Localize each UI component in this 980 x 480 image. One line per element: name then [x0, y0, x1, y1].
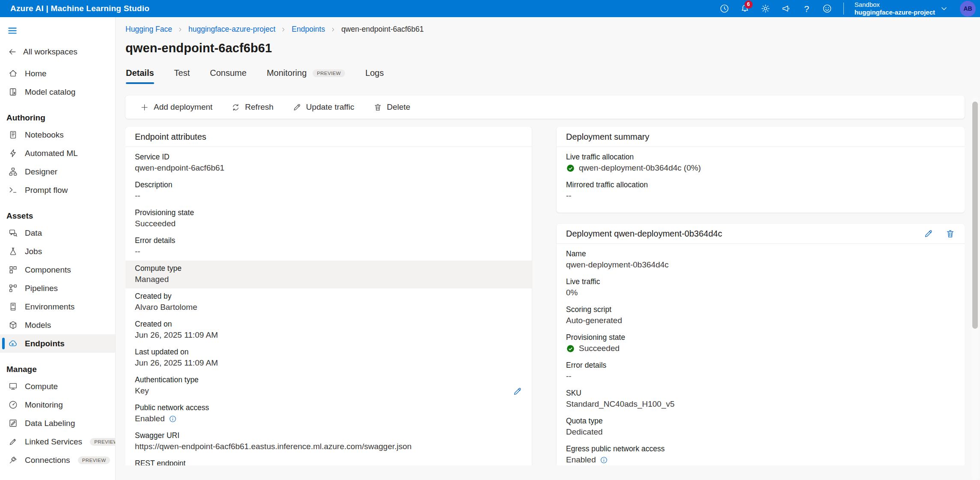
sidebar-group-manage: Manage Compute Monitoring Data Labeling … [0, 359, 115, 469]
sidebar-item-endpoints[interactable]: Endpoints [0, 334, 115, 353]
home-icon [8, 69, 18, 78]
chevron-right-icon [177, 27, 183, 33]
breadcrumb-hugging-face[interactable]: Hugging Face [125, 25, 172, 34]
preview-badge: PREVIEW [90, 438, 116, 446]
sidebar-item-notebooks[interactable]: Notebooks [0, 126, 115, 144]
smiley-icon [822, 3, 832, 14]
success-check-icon [566, 344, 575, 353]
sidebar-item-monitoring[interactable]: Monitoring [0, 396, 115, 414]
breadcrumb-endpoints[interactable]: Endpoints [292, 25, 325, 34]
sidebar-item-designer[interactable]: Designer [0, 162, 115, 181]
plus-icon [140, 103, 149, 112]
info-icon[interactable] [600, 456, 608, 464]
edit-deployment-button[interactable] [923, 229, 933, 239]
breadcrumb-project[interactable]: huggingface-azure-project [188, 25, 275, 34]
field-scoring-script: Scoring script Auto-generated [566, 302, 955, 330]
deployment-summary-header: Deployment summary [557, 127, 965, 147]
sidebar-item-components[interactable]: Components [0, 261, 115, 279]
refresh-icon [231, 103, 240, 112]
feedback-button[interactable] [822, 3, 833, 14]
linked-services-icon [8, 437, 18, 447]
command-bar: Add deployment Refresh Update traffic De… [125, 96, 965, 119]
sidebar-item-jobs[interactable]: Jobs [0, 242, 115, 261]
tab-details[interactable]: Details [126, 68, 154, 84]
delete-deployment-button[interactable] [945, 229, 955, 239]
field-created-on: Created on Jun 26, 2025 11:09 AM [135, 316, 522, 344]
preview-badge: PREVIEW [313, 69, 345, 77]
all-workspaces-link[interactable]: All workspaces [8, 45, 115, 58]
field-deployment-error-details: Error details -- [566, 357, 955, 385]
sidebar-item-compute[interactable]: Compute [0, 377, 115, 396]
compute-icon [8, 381, 18, 391]
sidebar-section-authoring: Authoring [0, 107, 115, 126]
content-columns: Endpoint attributes Service ID qwen-endp… [125, 127, 965, 465]
delete-button[interactable]: Delete [364, 99, 420, 116]
designer-icon [8, 167, 18, 177]
sidebar-item-pipelines[interactable]: Pipelines [0, 279, 115, 297]
connections-icon [8, 455, 18, 465]
refresh-button[interactable]: Refresh [222, 99, 283, 116]
avatar[interactable]: AB [960, 1, 976, 17]
sidebar-item-connections[interactable]: Connections PREVIEW [0, 451, 115, 469]
sidebar-item-linked-services[interactable]: Linked Services PREVIEW [0, 432, 115, 451]
sidebar-item-environments[interactable]: Environments [0, 297, 115, 316]
sidebar-item-model-catalog[interactable]: Model catalog [0, 83, 115, 101]
endpoint-attributes-header: Endpoint attributes [125, 127, 532, 147]
sidebar-section-assets: Assets [0, 205, 115, 224]
sidebar-section-manage: Manage [0, 359, 115, 377]
scrollbar-thumb[interactable] [972, 102, 978, 329]
monitoring-icon [8, 400, 18, 410]
arrow-left-icon [8, 47, 17, 57]
add-deployment-button[interactable]: Add deployment [131, 99, 222, 116]
hamburger-menu-button[interactable] [7, 25, 18, 34]
deployment-summary-card: Deployment summary Live traffic allocati… [557, 127, 965, 213]
tab-bar: Details Test Consume Monitoring PREVIEW … [126, 68, 980, 84]
app-title: Azure AI | Machine Learning Studio [10, 4, 149, 13]
deployment-card: Deployment qwen-deployment-0b364d4c Name… [557, 224, 965, 465]
trash-icon [373, 103, 382, 112]
main-content: Hugging Face huggingface-azure-project E… [116, 17, 980, 480]
clock-icon [719, 3, 730, 14]
tab-monitoring[interactable]: Monitoring PREVIEW [267, 68, 345, 84]
sidebar-item-prompt-flow[interactable]: Prompt flow [0, 181, 115, 199]
update-traffic-button[interactable]: Update traffic [283, 99, 364, 116]
settings-button[interactable] [760, 3, 771, 14]
data-labeling-icon [8, 418, 18, 428]
environments-icon [8, 302, 18, 312]
field-created-by: Created by Alvaro Bartolome [135, 288, 522, 316]
megaphone-icon [781, 3, 791, 14]
field-egress-public-network-access: Egress public network access Enabled [566, 441, 955, 465]
field-deployment-live-traffic: Live traffic 0% [566, 274, 955, 302]
sidebar-item-data-labeling[interactable]: Data Labeling [0, 414, 115, 432]
sidebar-item-data[interactable]: Data [0, 224, 115, 242]
workspace-switcher[interactable]: Sandbox huggingface-azure-project [855, 1, 935, 16]
history-button[interactable] [719, 3, 730, 14]
field-rest-endpoint: REST endpoint https://qwen-endpoint-6acf… [135, 456, 522, 465]
notifications-button[interactable]: 6 [740, 3, 751, 14]
field-provisioning-state: Provisioning state Succeeded [135, 205, 522, 233]
top-bar: Azure AI | Machine Learning Studio 6 ? S… [0, 0, 980, 17]
tab-test[interactable]: Test [174, 68, 190, 84]
topbar-divider [843, 3, 844, 15]
tab-logs[interactable]: Logs [365, 68, 384, 84]
edit-authentication-button[interactable] [512, 387, 522, 396]
models-icon [8, 320, 18, 330]
endpoint-attributes-card: Endpoint attributes Service ID qwen-endp… [125, 127, 532, 465]
sidebar-item-automated-ml[interactable]: Automated ML [0, 144, 115, 162]
deployment-card-header: Deployment qwen-deployment-0b364d4c [557, 224, 965, 244]
sidebar-item-home[interactable]: Home [0, 64, 115, 83]
environment-label: Sandbox [855, 1, 935, 9]
question-mark-icon: ? [804, 4, 809, 13]
field-error-details: Error details -- [135, 233, 522, 261]
tab-consume[interactable]: Consume [210, 68, 247, 84]
announcements-button[interactable] [781, 3, 792, 14]
sidebar-item-models[interactable]: Models [0, 316, 115, 334]
notification-count-badge: 6 [745, 0, 753, 9]
field-public-network-access: Public network access Enabled [135, 400, 522, 428]
chevron-down-icon[interactable] [939, 4, 949, 13]
help-button[interactable]: ? [801, 3, 812, 14]
field-last-updated-on: Last updated on Jun 26, 2025 11:09 AM [135, 344, 522, 372]
right-column: Deployment summary Live traffic allocati… [557, 127, 965, 465]
field-swagger-uri: Swagger URI https://qwen-endpoint-6acf6b… [135, 428, 522, 456]
info-icon[interactable] [169, 415, 177, 423]
